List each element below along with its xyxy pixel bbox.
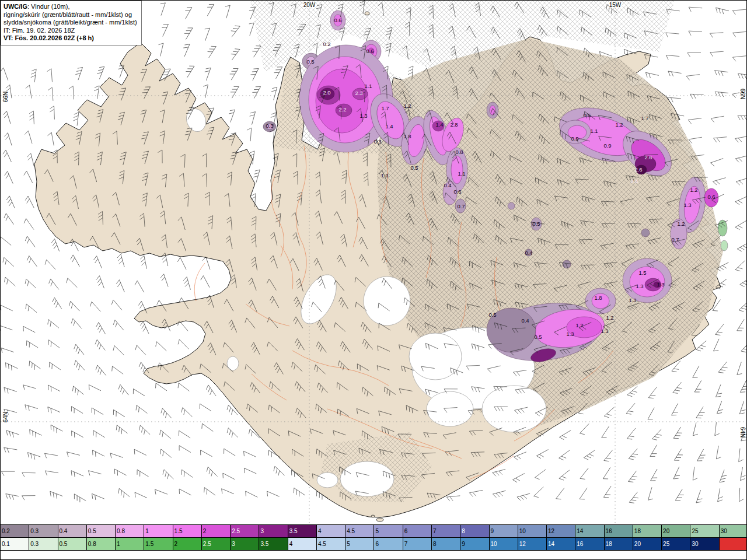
- precip-value-label: 1.5: [638, 270, 646, 276]
- precip-value-label: 2.6: [634, 166, 642, 173]
- legend-cell: 18: [633, 525, 662, 537]
- legend-cell: 20: [633, 538, 662, 550]
- legend-cell: 4.5: [345, 525, 374, 537]
- legend-cell: 30: [720, 525, 747, 537]
- legend-cell: 2: [202, 525, 231, 537]
- graticule-label: 15W: [609, 2, 622, 8]
- precip-value-label: 0.5: [410, 164, 418, 171]
- title-line-3: slydda/snjókoma (grátt/bleikt/grænt - mm…: [4, 19, 137, 27]
- precip-value-label: 1.8: [594, 295, 602, 301]
- legend-cell: 8: [432, 538, 460, 550]
- precip-value-label: 1.2: [403, 103, 411, 109]
- precip-value-label: 1.2: [575, 322, 583, 328]
- legend-cell: 0.3: [29, 525, 58, 537]
- legend-cell: 2: [173, 538, 202, 550]
- legend-cell: 2.5: [231, 525, 259, 537]
- legend-cell: 12: [518, 538, 547, 550]
- legend-cell: 0.8: [87, 538, 116, 550]
- legend-cell: 12: [547, 525, 575, 537]
- title-line-1: UWC/IG: Vindur (10m),: [4, 3, 137, 11]
- precip-value-label: 1.2: [606, 314, 613, 321]
- legend-cell: 14: [547, 538, 575, 550]
- legend-cell: 4.5: [317, 538, 345, 550]
- legend-cell: 9: [490, 525, 518, 537]
- legend-cell: 9: [460, 538, 489, 550]
- precip-value-label: 1.8: [403, 133, 411, 139]
- weather-map-page: 0.60.20.60.51.12.02.32.21.71.31.40.31.21…: [0, 0, 747, 560]
- graticule-label: 64N: [739, 426, 746, 438]
- precip-value-label: 0.4: [525, 250, 532, 256]
- legend-cell: 0.1: [1, 538, 29, 550]
- precip-value-label: 1.3: [683, 202, 691, 208]
- legend-cell: 2.5: [202, 538, 231, 550]
- graticule-label: 66N: [739, 88, 746, 100]
- legend-cell: 7: [403, 538, 432, 550]
- legend-cell: 3: [259, 525, 288, 537]
- legend-cell: 7: [432, 525, 460, 537]
- legend-cell: 16: [605, 525, 633, 537]
- legend-cell: 6: [374, 538, 403, 550]
- graticule-label: 66N: [2, 91, 9, 103]
- precip-value-label: 0.3: [374, 138, 381, 145]
- precip-value-label: 0.9: [571, 135, 578, 142]
- precip-value-label: 1.3: [629, 297, 636, 303]
- legend-cell: 18: [605, 538, 633, 550]
- legend-cell: 4: [288, 538, 317, 550]
- precip-value-label: 1.3: [359, 113, 367, 119]
- legend: 0.20.30.40.50.811.522.533.544.5567891012…: [1, 524, 747, 551]
- legend-cell: 3.5: [288, 525, 317, 537]
- legend-cell: 1.5: [144, 538, 173, 550]
- precip-value-label: 0.2: [323, 41, 330, 47]
- precip-value-label: 0.5: [306, 58, 314, 65]
- precip-value-label: 1.1: [590, 128, 598, 134]
- map-area: 0.60.20.60.51.12.02.32.21.71.31.40.31.21…: [1, 1, 747, 524]
- legend-row-1: 0.10.30.50.811.522.533.544.5567891012141…: [1, 538, 747, 551]
- precip-value-label: 1.1: [458, 170, 465, 177]
- legend-cell: 0.2: [1, 525, 29, 537]
- precip-value-label: 0.7: [671, 236, 679, 243]
- valid-time: VT: Fös. 20.02.2026 02Z (+8 h): [4, 34, 137, 43]
- precip-value-label: 0.5: [488, 312, 496, 318]
- precip-value-label: 0.6: [334, 17, 341, 23]
- init-time: IT: Fim. 19. 02. 2026 18Z: [4, 27, 137, 35]
- precip-value-label: 1.3: [381, 172, 388, 178]
- legend-row-0: 0.20.30.40.50.811.522.533.544.5567891012…: [1, 525, 747, 538]
- legend-cell: 14: [575, 525, 604, 537]
- precip-value-label: 0.6: [707, 194, 715, 200]
- legend-cell: 0.5: [87, 525, 116, 537]
- precip-value-label: 1.7: [641, 115, 648, 121]
- precip-value-label: 2.6: [644, 154, 652, 160]
- precip-value-label: 0.5: [534, 334, 542, 340]
- precip-value-label: 1.7: [381, 105, 389, 111]
- precip-value-label: 2.8: [450, 121, 458, 128]
- precip-value-label: 2.3: [355, 90, 362, 96]
- legend-cell: 8: [460, 525, 489, 537]
- legend-cell: 3.5: [259, 538, 288, 550]
- precip-value-label: 0.9: [603, 142, 611, 149]
- title-box: UWC/IG: Vindur (10m), rigning/skúrir (gr…: [1, 1, 142, 46]
- precip-value-label: 0.3: [266, 123, 273, 129]
- precip-value-label: 2.4: [630, 178, 638, 184]
- title-line-2: rigning/skúrir (grænt/blátt/rautt - mm/1…: [4, 11, 137, 19]
- legend-cell: [720, 538, 747, 550]
- legend-cell: 1: [116, 538, 144, 550]
- precip-value-label: 1.2: [615, 121, 623, 128]
- graticule-label: 64N: [2, 411, 9, 423]
- legend-cell: 30: [690, 538, 719, 550]
- precip-value-label: 1.2: [677, 220, 685, 227]
- map-canvas: [1, 1, 747, 524]
- precip-value-label: 1.1: [364, 83, 372, 89]
- model-name: UWC/IG: [4, 3, 27, 10]
- precip-value-label: 1.4: [435, 121, 443, 128]
- precip-value-label: 1.4: [385, 123, 393, 130]
- precip-value-label: 1.3: [657, 281, 664, 288]
- legend-cell: 5: [345, 538, 374, 550]
- legend-cell: 5: [374, 525, 403, 537]
- precip-value-label: 0.8: [455, 149, 463, 155]
- precip-value-label: 1.3: [636, 283, 643, 289]
- legend-cell: 10: [518, 525, 547, 537]
- precip-value-label: 0.6: [453, 188, 461, 195]
- legend-cell: 25: [690, 525, 719, 537]
- legend-cell: 0.4: [58, 525, 87, 537]
- precip-value-label: 0.6: [366, 48, 374, 54]
